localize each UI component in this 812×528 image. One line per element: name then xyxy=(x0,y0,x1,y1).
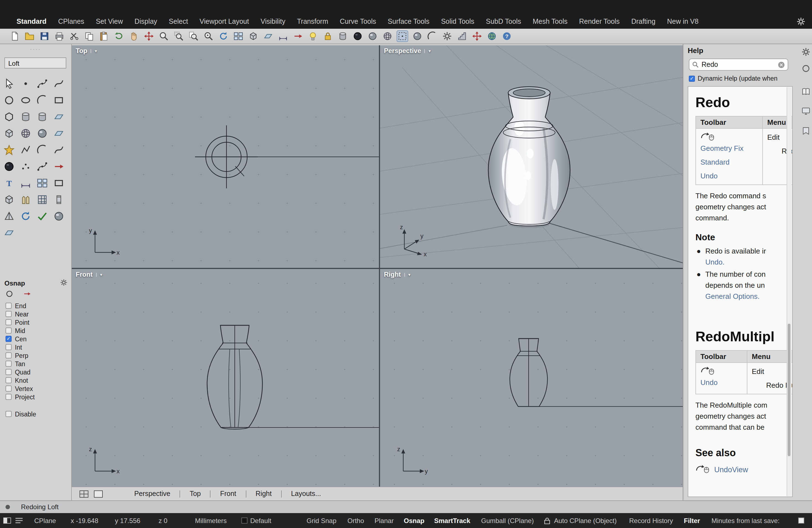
polygon-icon[interactable] xyxy=(2,109,17,124)
select-pointer-icon[interactable] xyxy=(2,76,17,91)
cut-icon[interactable] xyxy=(69,30,80,42)
four-pane-layout-icon[interactable] xyxy=(79,490,88,498)
rotate-view-icon[interactable] xyxy=(218,30,229,42)
curve-icon[interactable] xyxy=(52,76,66,91)
osnap-filter-icon[interactable] xyxy=(22,289,32,299)
zoom-window-icon[interactable] xyxy=(173,30,185,42)
ellipse-icon[interactable] xyxy=(18,93,33,108)
chevron-down-icon[interactable]: ▼ xyxy=(96,273,103,276)
osnap-option-mid[interactable]: Mid xyxy=(0,326,71,335)
checkbox-perp[interactable] xyxy=(5,352,12,358)
chevron-down-icon[interactable]: ▼ xyxy=(424,49,432,53)
cylinder-icon[interactable] xyxy=(18,109,33,124)
viewport-tab-top[interactable]: Top xyxy=(180,490,210,498)
viewport-top-title[interactable]: Top▼ xyxy=(76,47,98,55)
osnap-option-near[interactable]: Near xyxy=(0,310,71,318)
osnap-disable-option[interactable]: Disable xyxy=(0,410,71,418)
layout-icon[interactable] xyxy=(52,176,66,191)
zoom-dynamic-icon[interactable] xyxy=(158,30,170,42)
single-pane-layout-icon[interactable] xyxy=(94,490,103,498)
link-undo-toolbar-2[interactable]: Undo xyxy=(700,376,742,390)
fence-array-icon[interactable] xyxy=(18,192,33,207)
paste-icon[interactable] xyxy=(98,30,110,42)
filter-toggle[interactable]: Filter xyxy=(684,513,700,528)
command-history-bar[interactable]: Redoing Loft xyxy=(0,500,812,513)
lock-toggle-icon[interactable] xyxy=(322,30,334,42)
viewport-front[interactable]: Front▼ xyxy=(72,269,379,487)
checkbox-disable[interactable] xyxy=(5,411,12,417)
chevron-down-icon[interactable]: ▼ xyxy=(404,273,411,276)
x-coordinate[interactable]: x -19.648 xyxy=(71,513,98,528)
viewport-perspective[interactable]: Perspective▼ xyxy=(380,45,683,268)
checkbox-quad[interactable] xyxy=(5,369,12,375)
polyline-icon[interactable] xyxy=(18,143,33,157)
viewport-front-title[interactable]: Front▼ xyxy=(76,270,103,278)
stair-array-icon[interactable] xyxy=(456,30,468,42)
link-undoview[interactable]: UndoView xyxy=(714,466,748,474)
drape-icon[interactable] xyxy=(426,30,438,42)
copy-icon[interactable] xyxy=(83,30,95,42)
checkbox-tan[interactable] xyxy=(5,361,12,367)
checkbox-near[interactable] xyxy=(5,311,12,317)
pan-icon[interactable] xyxy=(128,30,140,42)
notes-tab-icon[interactable] xyxy=(801,127,810,135)
wireframe-view-icon[interactable] xyxy=(382,30,393,42)
osnap-option-project[interactable]: Project xyxy=(0,393,71,401)
auto-cplane-toggle[interactable]: Auto CPlane (Object) xyxy=(554,513,617,528)
shaded-sphere-icon[interactable] xyxy=(35,126,50,141)
text-icon[interactable]: T xyxy=(2,176,17,191)
help-search-field[interactable]: Redo xyxy=(689,59,788,71)
lamp-icon[interactable] xyxy=(307,30,319,42)
y-coordinate[interactable]: y 17.556 xyxy=(115,513,140,528)
menu-item-render-tools[interactable]: Render Tools xyxy=(579,18,620,25)
checkbox-mid[interactable] xyxy=(5,327,12,334)
panel-gear-icon[interactable] xyxy=(801,47,810,56)
metaball-icon[interactable] xyxy=(2,159,17,174)
checkbox-cen[interactable]: ✓ xyxy=(5,336,12,342)
layer-button[interactable]: Default xyxy=(242,513,271,528)
osnap-option-quad[interactable]: Quad xyxy=(0,368,71,376)
checkbox-end[interactable] xyxy=(5,303,12,309)
menu-item-viewport-layout[interactable]: Viewport Layout xyxy=(200,18,249,25)
print-icon[interactable] xyxy=(54,30,65,42)
checkbox-int[interactable] xyxy=(5,344,12,350)
viewport-perspective-title[interactable]: Perspective▼ xyxy=(384,47,432,55)
boolean-icon[interactable] xyxy=(2,192,17,207)
mesh-star-icon[interactable] xyxy=(2,143,17,157)
display-tab-icon[interactable] xyxy=(801,107,810,115)
point-cloud-icon[interactable] xyxy=(18,159,33,174)
osnap-toggle[interactable]: Osnap xyxy=(404,513,424,528)
menu-item-display[interactable]: Display xyxy=(134,18,157,25)
viewport-tab-perspective[interactable]: Perspective xyxy=(125,490,180,498)
grid-array-icon[interactable] xyxy=(35,192,50,207)
menu-item-standard[interactable]: Standard xyxy=(17,18,46,25)
gear-tools-icon[interactable] xyxy=(441,30,453,42)
checkbox-point[interactable] xyxy=(5,319,12,325)
check-icon[interactable] xyxy=(35,209,50,224)
menu-item-visibility[interactable]: Visibility xyxy=(260,18,285,25)
block-icon[interactable] xyxy=(35,176,50,191)
chevron-down-icon[interactable]: ▼ xyxy=(91,49,98,53)
dynamic-help-checkbox[interactable]: ✓ Dynamic Help (update when xyxy=(689,75,810,82)
viewport-right-title[interactable]: Right▼ xyxy=(384,270,411,278)
ortho-toggle[interactable]: Ortho xyxy=(347,513,364,528)
distance-icon[interactable] xyxy=(277,30,289,42)
arc-icon[interactable] xyxy=(35,93,50,108)
osnap-state-icon[interactable] xyxy=(4,289,14,299)
pipe-icon[interactable] xyxy=(35,109,50,124)
menu-item-select[interactable]: Select xyxy=(169,18,188,25)
help-scrollbar[interactable] xyxy=(787,87,792,496)
link-undo-note[interactable]: Undo. xyxy=(706,257,766,268)
extrude-icon[interactable] xyxy=(337,30,349,42)
menu-item-transform[interactable]: Transform xyxy=(297,18,328,25)
control-point-curve-icon[interactable] xyxy=(35,76,50,91)
open-file-icon[interactable] xyxy=(24,30,35,42)
link-general-options[interactable]: General Options. xyxy=(706,291,766,302)
cplane-icon[interactable] xyxy=(262,30,274,42)
pane-toggle-icon[interactable] xyxy=(3,513,11,528)
undo-icon[interactable] xyxy=(113,30,125,42)
scale-icon[interactable] xyxy=(471,30,483,42)
osnap-option-int[interactable]: Int xyxy=(0,343,71,351)
box-icon[interactable] xyxy=(2,126,17,141)
move-object-icon[interactable] xyxy=(292,30,304,42)
